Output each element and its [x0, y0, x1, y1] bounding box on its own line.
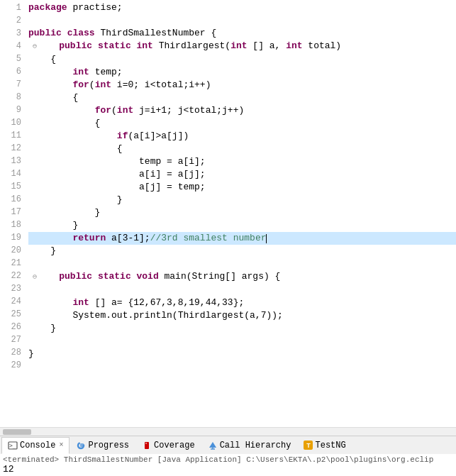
line-number: 17 — [4, 206, 21, 218]
code-line — [28, 284, 456, 297]
code-line: temp = a[i]; — [28, 155, 456, 168]
line-number: 19 — [4, 231, 21, 244]
code-line: } — [28, 219, 456, 232]
line-number: 13 — [4, 155, 21, 167]
code-line: if(a[i]>a[j]) — [28, 130, 456, 143]
code-line: } — [28, 245, 456, 258]
line-number: 28 — [4, 346, 21, 359]
code-line: public class ThirdSmallestNumber { — [28, 27, 456, 40]
code-line: } — [28, 194, 456, 206]
code-container: 1234567891011121314151617181920212223242… — [0, 0, 456, 427]
svg-text:>_: >_ — [9, 443, 16, 449]
tab-label-console: Console — [20, 441, 55, 450]
code-line — [28, 335, 456, 348]
tab-label-progress: Progress — [88, 441, 129, 450]
progress-icon — [76, 441, 86, 450]
code-line: a[i] = a[j]; — [28, 168, 456, 181]
line-number: 8 — [4, 91, 21, 104]
tab-label-callhierarchy: Call Hierarchy — [220, 441, 291, 450]
code-line: { — [28, 92, 456, 104]
line-number: 18 — [4, 218, 21, 231]
line-number: 1 — [4, 1, 21, 14]
code-line: a[j] = temp; — [28, 181, 456, 194]
tab-close-console[interactable]: × — [59, 441, 63, 449]
line-number: 6 — [4, 65, 21, 78]
code-line: { — [28, 53, 456, 66]
code-content[interactable]: package practise; public class ThirdSmal… — [26, 0, 456, 427]
code-line: package practise; — [28, 1, 456, 14]
scrollbar-thumb[interactable] — [3, 429, 31, 435]
code-line: for(int i=0; i<total;i++) — [28, 79, 456, 92]
code-line: for(int j=i+1; j<total;j++) — [28, 104, 456, 117]
editor-area: 1234567891011121314151617181920212223242… — [0, 0, 456, 436]
line-number: 22 — [4, 270, 21, 282]
line-number: 26 — [4, 321, 21, 333]
code-line: { — [28, 117, 456, 130]
bottom-tabs: >_Console×ProgressCoverageCall Hierarchy… — [0, 436, 456, 454]
tab-testng[interactable]: TTestNG — [297, 437, 352, 454]
code-line: { — [28, 143, 456, 155]
code-line: ⊖ public static void main(String[] args)… — [28, 270, 456, 284]
line-number: 21 — [4, 257, 21, 270]
console-result: 12 — [3, 464, 453, 475]
coverage-icon — [142, 441, 152, 450]
line-number: 27 — [4, 333, 21, 346]
svg-rect-3 — [80, 443, 84, 447]
testng-icon: T — [304, 441, 313, 450]
line-number: 14 — [4, 167, 21, 180]
code-line: } — [28, 206, 456, 219]
line-number: 15 — [4, 180, 21, 193]
code-line — [28, 14, 456, 27]
line-number: 10 — [4, 116, 21, 129]
line-number: 29 — [4, 359, 21, 372]
code-line — [28, 258, 456, 270]
code-line: return a[3-1];//3rd smallest number — [28, 232, 456, 245]
line-number: 4 — [4, 40, 21, 52]
code-line: int temp; — [28, 66, 456, 79]
horizontal-scrollbar[interactable] — [0, 427, 456, 436]
code-line: int [] a= {12,67,3,8,19,44,33}; — [28, 297, 456, 309]
code-line: ⊖ public static int Thirdlargest(int [] … — [28, 40, 456, 53]
line-number: 16 — [4, 193, 21, 206]
line-number: 25 — [4, 308, 21, 321]
callhierarchy-icon — [208, 441, 218, 450]
console-terminated-text: <terminated> ThirdSmallestNumber [Java A… — [3, 455, 453, 464]
line-number: 5 — [4, 52, 21, 65]
line-number: 20 — [4, 244, 21, 257]
tab-callhierarchy[interactable]: Call Hierarchy — [201, 437, 298, 454]
line-number: 3 — [4, 27, 21, 40]
tab-label-coverage: Coverage — [154, 441, 195, 450]
code-line: System.out.println(Thirdlargest(a,7)); — [28, 309, 456, 322]
line-number: 9 — [4, 104, 21, 116]
line-number: 11 — [4, 129, 21, 142]
console-icon: >_ — [8, 441, 18, 450]
code-line: } — [28, 322, 456, 335]
code-line: } — [28, 348, 456, 360]
line-number: 24 — [4, 295, 21, 308]
line-number: 12 — [4, 142, 21, 155]
tab-label-testng: TestNG — [315, 441, 345, 450]
svg-marker-6 — [209, 442, 216, 448]
tab-progress[interactable]: Progress — [69, 437, 135, 454]
tab-console[interactable]: >_Console× — [1, 437, 69, 454]
tab-coverage[interactable]: Coverage — [135, 437, 201, 454]
code-line — [28, 360, 456, 373]
svg-rect-5 — [145, 443, 147, 444]
line-number: 7 — [4, 78, 21, 91]
line-numbers: 1234567891011121314151617181920212223242… — [0, 0, 26, 427]
line-number: 23 — [4, 282, 21, 295]
console-output: <terminated> ThirdSmallestNumber [Java A… — [0, 454, 456, 476]
line-number: 2 — [4, 14, 21, 27]
